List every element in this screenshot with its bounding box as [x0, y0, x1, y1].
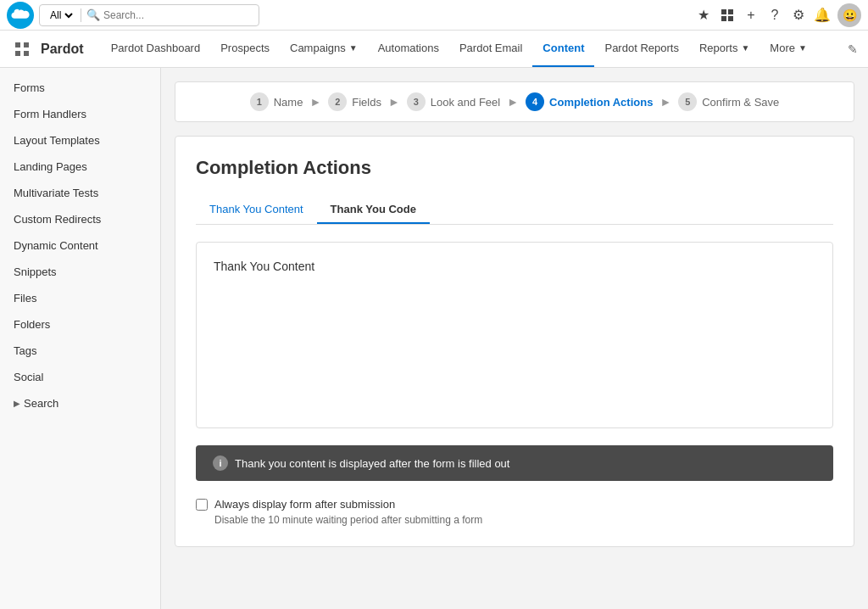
- checkbox-row: Always display form after submission: [196, 498, 833, 511]
- svg-rect-0: [721, 9, 726, 14]
- wizard-step-3[interactable]: 3 Look and Feel: [407, 92, 500, 111]
- thank-you-content-area: Thank You Content: [196, 242, 833, 428]
- help-icon[interactable]: ?: [766, 7, 783, 24]
- svg-rect-3: [728, 16, 733, 21]
- tab-thank-you-code[interactable]: Thank You Code: [317, 196, 430, 224]
- svg-rect-6: [15, 51, 20, 56]
- search-bar[interactable]: All 🔍: [39, 4, 259, 26]
- info-banner: i Thank you content is displayed after t…: [196, 445, 833, 481]
- nav-edit-icon[interactable]: ✎: [848, 42, 858, 56]
- salesforce-logo[interactable]: [7, 2, 34, 29]
- settings-icon[interactable]: ⚙: [790, 7, 807, 24]
- nav-grid-icon[interactable]: [10, 37, 34, 61]
- nav-bar: Pardot Pardot Dashboard Prospects Campai…: [0, 31, 868, 68]
- notification-icon[interactable]: 🔔: [814, 7, 831, 24]
- wizard-arrow-3: ►: [507, 95, 519, 109]
- checkbox-label[interactable]: Always display form after submission: [214, 498, 395, 511]
- nav-item-campaigns[interactable]: Campaigns ▼: [280, 31, 368, 67]
- search-filter-select[interactable]: All: [47, 8, 75, 22]
- search-icon: 🔍: [86, 8, 100, 21]
- wizard-steps: 1 Name ► 2 Fields ► 3 Look and Feel ► 4 …: [175, 81, 854, 122]
- wizard-arrow-4: ►: [659, 95, 671, 109]
- svg-rect-4: [15, 42, 20, 47]
- step-num-5: 5: [678, 92, 697, 111]
- sidebar: Forms Form Handlers Layout Templates Lan…: [0, 68, 161, 609]
- wizard-step-5[interactable]: 5 Confirm & Save: [678, 92, 779, 111]
- sidebar-item-files[interactable]: Files: [0, 285, 160, 311]
- nav-item-reports[interactable]: Reports ▼: [689, 31, 760, 67]
- wizard-arrow-2: ►: [388, 95, 400, 109]
- main-card: Completion Actions Thank You Content Tha…: [175, 136, 854, 547]
- nav-item-more[interactable]: More ▼: [760, 31, 817, 67]
- wizard-step-1[interactable]: 1 Name: [250, 92, 303, 111]
- sidebar-item-custom-redirects[interactable]: Custom Redirects: [0, 206, 160, 232]
- wizard-step-4[interactable]: 4 Completion Actions: [526, 92, 653, 111]
- svg-rect-2: [721, 16, 726, 21]
- main-layout: Forms Form Handlers Layout Templates Lan…: [0, 68, 868, 609]
- search-divider: [81, 8, 81, 22]
- sidebar-item-multivariate-tests[interactable]: Multivariate Tests: [0, 180, 160, 206]
- step-num-3: 3: [407, 92, 426, 111]
- content-area: 1 Name ► 2 Fields ► 3 Look and Feel ► 4 …: [161, 68, 868, 609]
- tab-thank-you-content[interactable]: Thank You Content: [196, 196, 317, 224]
- nav-item-prospects[interactable]: Prospects: [210, 31, 280, 67]
- top-bar-right: ★ + ? ⚙ 🔔 😀: [695, 3, 861, 27]
- page-title: Completion Actions: [196, 157, 833, 179]
- sidebar-item-search[interactable]: ▶ Search: [0, 390, 160, 416]
- wizard-step-2[interactable]: 2 Fields: [328, 92, 381, 111]
- info-icon: i: [213, 455, 228, 471]
- nav-bar-right: ✎: [848, 42, 858, 56]
- more-caret: ▼: [798, 43, 807, 53]
- search-input[interactable]: [103, 9, 252, 21]
- step-num-2: 2: [328, 92, 347, 111]
- add-icon[interactable]: +: [743, 7, 760, 24]
- nav-item-pardot-dashboard[interactable]: Pardot Dashboard: [101, 31, 211, 67]
- wizard-arrow-1: ►: [309, 95, 321, 109]
- checkbox-section: Always display form after submission Dis…: [196, 498, 833, 526]
- nav-item-pardot-email[interactable]: Pardot Email: [449, 31, 532, 67]
- nav-items: Pardot Dashboard Prospects Campaigns ▼ A…: [101, 31, 817, 67]
- sidebar-item-landing-pages[interactable]: Landing Pages: [0, 154, 160, 180]
- step-num-4: 4: [526, 92, 544, 111]
- grid-icon[interactable]: [719, 7, 736, 24]
- avatar[interactable]: 😀: [837, 3, 861, 27]
- campaigns-caret: ▼: [349, 43, 358, 53]
- tabs: Thank You Content Thank You Code: [196, 196, 833, 225]
- sidebar-item-layout-templates[interactable]: Layout Templates: [0, 127, 160, 154]
- nav-item-content[interactable]: Content: [532, 31, 594, 67]
- checkbox-hint: Disable the 10 minute waiting period aft…: [214, 514, 833, 526]
- sidebar-item-folders[interactable]: Folders: [0, 311, 160, 338]
- app-name: Pardot: [41, 42, 84, 57]
- sidebar-item-snippets[interactable]: Snippets: [0, 259, 160, 285]
- reports-caret: ▼: [741, 43, 749, 53]
- favorites-icon[interactable]: ★: [695, 7, 712, 24]
- svg-rect-5: [24, 42, 29, 47]
- sidebar-item-tags[interactable]: Tags: [0, 338, 160, 364]
- top-bar: All 🔍 ★ + ? ⚙ 🔔 😀: [0, 0, 868, 31]
- sidebar-item-forms[interactable]: Forms: [0, 75, 160, 101]
- svg-rect-7: [24, 51, 29, 56]
- sidebar-item-dynamic-content[interactable]: Dynamic Content: [0, 232, 160, 259]
- sidebar-item-form-handlers[interactable]: Form Handlers: [0, 101, 160, 127]
- expand-icon: ▶: [14, 399, 20, 408]
- always-display-checkbox[interactable]: [196, 499, 208, 511]
- nav-item-pardot-reports[interactable]: Pardot Reports: [594, 31, 688, 67]
- sidebar-item-social[interactable]: Social: [0, 364, 160, 390]
- step-num-1: 1: [250, 92, 269, 111]
- svg-rect-1: [728, 9, 733, 14]
- nav-item-automations[interactable]: Automations: [368, 31, 449, 67]
